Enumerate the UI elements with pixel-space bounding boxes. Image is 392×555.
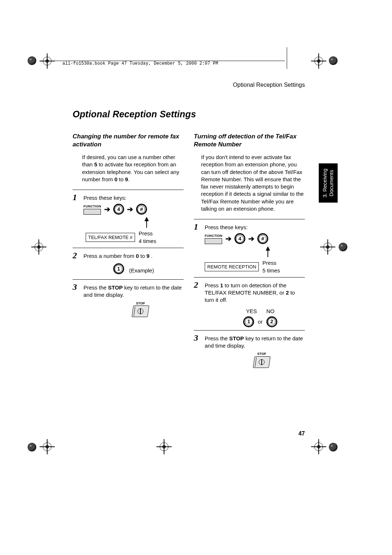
left-subheading: Changing the number for remote fax activ… (73, 133, 184, 149)
step-text: Press these keys: (83, 194, 184, 202)
divider (194, 219, 305, 219)
up-arrow-icon (144, 217, 184, 228)
keypad-hash-icon (257, 233, 268, 244)
registration-mark-icon (34, 243, 43, 251)
registration-mark-icon (43, 442, 52, 451)
or-label: or (258, 318, 262, 325)
example-key-row: 1 (Example) (83, 263, 184, 274)
key-sequence: FUNCTION ➔ 4 ➔ (83, 204, 184, 215)
display-and-note: TEL/FAX REMOTE # Press4 times (86, 230, 184, 245)
registration-mark-icon (43, 57, 52, 65)
up-arrow-icon (266, 246, 305, 257)
arrow-right-icon: ➔ (248, 235, 254, 242)
left-step-2: 2 Press a number from 0 to 9 . 1 (Exampl… (73, 251, 184, 276)
manual-page: all-fo1530a.book Page 47 Tuesday, Decemb… (0, 0, 392, 555)
registration-dot-icon (339, 243, 347, 251)
page-number: 47 (298, 430, 305, 437)
divider (73, 248, 184, 248)
yes-no-keys: 1 or 2 (216, 316, 305, 327)
section-header: Optional Reception Settings (233, 82, 305, 88)
divider (194, 277, 305, 278)
no-label: NO (266, 308, 275, 315)
divider (73, 190, 184, 190)
registration-mark-icon (314, 57, 323, 65)
divider (73, 279, 184, 280)
step-number: 2 (73, 251, 80, 260)
running-header: all-fo1530a.book Page 47 Tuesday, Decemb… (62, 61, 218, 66)
keypad-2-icon: 2 (266, 316, 277, 327)
registration-dot-icon (329, 56, 338, 65)
right-subheading: Turning off detection of the Tel/Fax Rem… (194, 133, 305, 149)
arrow-right-icon: ➔ (225, 235, 232, 242)
registration-mark-icon (323, 243, 332, 251)
example-label: (Example) (129, 267, 154, 274)
page-title: Optional Reception Settings (73, 109, 348, 119)
divider (194, 330, 305, 331)
content-columns: Changing the number for remote fax activ… (73, 130, 305, 369)
right-step-1: 1 Press these keys: FUNCTION ➔ 4 ➔ (194, 222, 305, 274)
function-key-icon: FUNCTION (83, 204, 101, 215)
lcd-display: REMOTE RECEPTION (205, 262, 259, 272)
step-number: 1 (194, 222, 201, 231)
right-column: Turning off detection of the Tel/Fax Rem… (194, 130, 305, 369)
right-step-3: 3 Press the STOP key to return to the da… (194, 333, 305, 368)
left-intro: If desired, you can use a number other t… (82, 154, 180, 183)
registration-dot-icon (28, 56, 36, 65)
step-number: 3 (73, 283, 80, 291)
registration-dot-icon (329, 443, 338, 451)
right-intro: If you don't intend to ever activate fax… (201, 154, 305, 212)
stop-key-icon: STOP (219, 352, 305, 368)
keypad-4-icon: 4 (234, 233, 245, 244)
step-number: 3 (194, 333, 201, 342)
step-text: Press these keys: (205, 224, 305, 231)
stop-key-icon: STOP (97, 301, 184, 317)
left-step-3: 3 Press the STOP key to return to the da… (73, 283, 184, 317)
left-column: Changing the number for remote fax activ… (73, 130, 184, 369)
registration-dot-icon (28, 443, 36, 451)
registration-mark-icon (160, 442, 168, 451)
yes-no-labels: YES NO (216, 308, 305, 315)
step-number: 2 (194, 280, 201, 289)
left-step-1: 1 Press these keys: FUNCTION ➔ 4 ➔ (73, 193, 184, 245)
step-number: 1 (73, 193, 80, 202)
yes-label: YES (246, 308, 257, 315)
arrow-right-icon: ➔ (104, 206, 110, 213)
display-and-note: REMOTE RECEPTION Press5 times (205, 259, 305, 274)
keypad-1-icon: 1 (113, 263, 124, 274)
chapter-tab: 3. Receiving Documents (319, 163, 338, 203)
keypad-hash-icon (136, 204, 147, 215)
keypad-4-icon: 4 (113, 204, 124, 215)
key-sequence: FUNCTION ➔ 4 ➔ (205, 233, 305, 244)
crop-rule (287, 47, 287, 69)
arrow-right-icon: ➔ (127, 206, 133, 213)
registration-mark-icon (314, 442, 323, 451)
right-step-2: 2 Press 1 to turn on detection of the TE… (194, 280, 305, 327)
function-key-icon: FUNCTION (205, 234, 222, 244)
lcd-display: TEL/FAX REMOTE # (86, 233, 135, 242)
keypad-1-icon: 1 (243, 316, 254, 327)
